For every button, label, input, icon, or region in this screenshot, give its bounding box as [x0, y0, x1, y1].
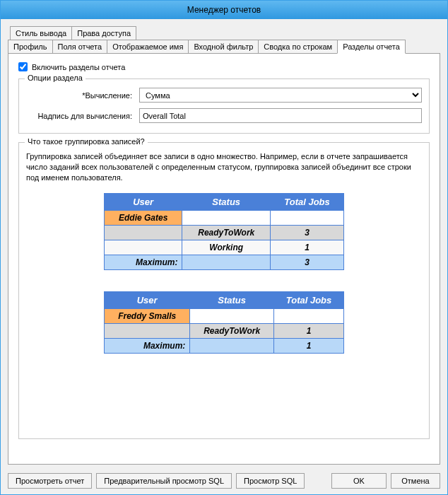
tab-display-name[interactable]: Отображаемое имя	[107, 40, 189, 54]
tab-row-bottom: Профиль Поля отчета Отображаемое имя Вхо…	[8, 40, 440, 54]
caption-label: Надпись для вычисления:	[26, 112, 139, 120]
cancel-button[interactable]: Отмена	[391, 473, 440, 489]
example1-max-label: Maximum:	[105, 255, 182, 269]
button-bar: Просмотреть отчет Предварительный просмо…	[1, 469, 447, 494]
example1-r1-total: 1	[271, 240, 344, 255]
example2-max-label: Maximum:	[105, 338, 190, 353]
example2-name: Freddy Smalls	[105, 308, 190, 323]
example2-r0-total: 1	[274, 323, 344, 338]
tab-row-summary[interactable]: Сводка по строкам	[258, 40, 338, 54]
grouping-text: Группировка записей объединяет все запис…	[26, 151, 422, 183]
example1-name: Eddie Gates	[105, 210, 182, 225]
example-table-1: User Status Total Jobs Eddie Gates Ready…	[104, 193, 344, 270]
calc-label: *Вычисление:	[26, 91, 139, 100]
example-area: User Status Total Jobs Eddie Gates Ready…	[26, 193, 422, 354]
tab-panel-sections: Включить разделы отчета Опции раздела *В…	[8, 53, 440, 465]
th2-status: Status	[190, 291, 274, 308]
th-user: User	[105, 193, 182, 210]
preview-report-button[interactable]: Просмотреть отчет	[8, 473, 92, 489]
tab-report-fields[interactable]: Поля отчета	[52, 40, 108, 54]
example-table-2: User Status Total Jobs Freddy Smalls Rea…	[104, 291, 344, 354]
example1-max-value: 3	[271, 255, 344, 269]
grouping-legend: Что такое группировка записей?	[25, 137, 148, 146]
th-status: Status	[182, 193, 271, 210]
view-sql-button[interactable]: Просмотр SQL	[236, 473, 305, 489]
example1-r0-status: ReadyToWork	[182, 225, 271, 240]
section-options-fieldset: Опции раздела *Вычисление: Сумма Надпись…	[18, 78, 430, 134]
th-total: Total Jobs	[271, 193, 344, 210]
enable-sections-checkbox[interactable]	[18, 62, 28, 71]
example2-max-value: 1	[274, 338, 344, 353]
preview-sql-button[interactable]: Предварительный просмотр SQL	[96, 473, 232, 489]
caption-input[interactable]	[139, 108, 422, 123]
window-title: Менеджер отчетов	[1, 1, 447, 19]
tab-report-sections[interactable]: Разделы отчета	[337, 40, 406, 54]
tab-row-top: Стиль вывода Права доступа	[10, 26, 440, 40]
example1-r1-status: Working	[182, 240, 271, 255]
report-manager-window: Менеджер отчетов Стиль вывода Права дост…	[0, 0, 448, 495]
th2-total: Total Jobs	[274, 291, 344, 308]
th2-user: User	[105, 291, 190, 308]
calc-select[interactable]: Сумма	[139, 88, 422, 103]
section-options-legend: Опции раздела	[25, 74, 86, 82]
grouping-fieldset: Что такое группировка записей? Группиров…	[18, 142, 430, 439]
ok-button[interactable]: OK	[331, 473, 387, 489]
tab-input-filter[interactable]: Входной фильтр	[188, 40, 259, 54]
enable-sections-row[interactable]: Включить разделы отчета	[18, 62, 430, 71]
example2-r0-status: ReadyToWork	[190, 323, 274, 338]
tab-profile[interactable]: Профиль	[8, 40, 53, 54]
content-area: Стиль вывода Права доступа Профиль Поля …	[1, 19, 447, 469]
enable-sections-label: Включить разделы отчета	[32, 63, 125, 71]
tab-output-style[interactable]: Стиль вывода	[10, 26, 72, 40]
tab-access-rights[interactable]: Права доступа	[71, 26, 136, 40]
example1-r0-total: 3	[271, 225, 344, 240]
